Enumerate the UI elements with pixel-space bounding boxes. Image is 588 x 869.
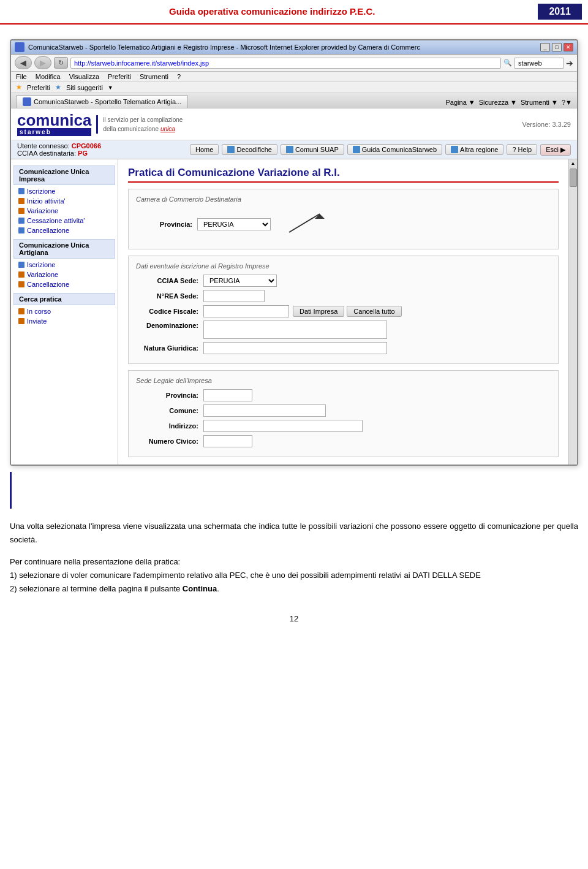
nav-decodifiche-button[interactable]: Decodifiche — [222, 144, 277, 155]
select-provincia[interactable]: PERUGIA — [197, 218, 271, 230]
refresh-button[interactable]: ↻ — [54, 57, 68, 69]
app-content: comunica starweb il servizio per la comp… — [11, 108, 577, 465]
input-natura-giuridica[interactable] — [203, 342, 387, 354]
body-paragraph-2: Per continuare nella presentazione della… — [10, 555, 578, 596]
sidebar: Comunicazione Unica Impresa Iscrizione I… — [11, 159, 118, 465]
label-numero-civico: Numero Civico: — [136, 438, 203, 445]
section-registro-imprese: Dati eventuale iscrizione al Registro Im… — [128, 256, 559, 364]
nav-guida-button[interactable]: Guida ComunicaStarweb — [347, 144, 442, 155]
sidebar-icon-9 — [18, 308, 24, 314]
sidebar-item-variazione-2[interactable]: Variazione — [11, 270, 118, 279]
svg-line-0 — [289, 214, 320, 232]
sites-dropdown-icon[interactable]: ▼ — [108, 85, 113, 91]
menu-preferiti[interactable]: Preferiti — [108, 73, 131, 80]
sidebar-item-cancellazione-1[interactable]: Cancellazione — [11, 226, 118, 235]
browser-menubar: File Modifica Visualizza Preferiti Strum… — [11, 72, 577, 82]
label-provincia2: Provincia: — [136, 392, 203, 399]
help-menu[interactable]: ?▼ — [562, 99, 572, 106]
browser-maximize-button[interactable]: □ — [552, 43, 562, 51]
sidebar-icon-1 — [18, 188, 24, 194]
input-nrea[interactable] — [203, 290, 265, 302]
nav-home-button[interactable]: Home — [190, 144, 219, 155]
favorites-bar: ★ Preferiti ★ Siti suggeriti ▼ — [11, 82, 577, 93]
altra-icon — [451, 146, 458, 153]
browser-title-text: ComunicaStarweb - Sportello Telematico A… — [28, 44, 420, 51]
sites-button[interactable]: Siti suggeriti — [66, 84, 103, 91]
page-year: 2011 — [538, 4, 582, 20]
sidebar-item-cessazione[interactable]: Cessazione attivita' — [11, 216, 118, 226]
sidebar-icon-5 — [18, 227, 24, 233]
select-cciaa-sede[interactable]: PERUGIA — [203, 275, 277, 287]
browser-addressbar: ◀ ▶ ↻ 🔍 ➔ — [11, 55, 577, 72]
sidebar-icon-10 — [18, 318, 24, 324]
cciaa-value: PG — [78, 150, 88, 157]
dati-impresa-button[interactable]: Dati Impresa — [293, 306, 344, 317]
sidebar-item-variazione-1[interactable]: Variazione — [11, 206, 118, 216]
favorites-button[interactable]: Preferiti — [27, 84, 50, 91]
browser-scrollbar[interactable]: ▲ — [568, 159, 577, 465]
label-indirizzo: Indirizzo: — [136, 422, 203, 430]
security-menu[interactable]: Sicurezza ▼ — [479, 99, 517, 106]
browser-minimize-button[interactable]: _ — [540, 43, 550, 51]
sidebar-icon-8 — [18, 281, 24, 287]
menu-modifica[interactable]: Modifica — [36, 73, 61, 80]
browser-close-button[interactable]: ✕ — [564, 43, 573, 51]
nav-altra-regione-button[interactable]: Altra regione — [445, 144, 503, 155]
input-denominazione[interactable] — [203, 321, 387, 339]
annotation-arrow — [283, 208, 332, 238]
section3-title: Sede Legale dell'Impresa — [136, 377, 551, 384]
search-go-icon[interactable]: ➔ — [566, 58, 573, 68]
scroll-thumb[interactable] — [570, 169, 577, 187]
sidebar-item-iscrizione-1[interactable]: Iscrizione — [11, 186, 118, 196]
section2-title: Dati eventuale iscrizione al Registro Im… — [136, 262, 551, 270]
scroll-up-arrow[interactable]: ▲ — [570, 159, 577, 167]
sidebar-item-in-corso[interactable]: In corso — [11, 306, 118, 316]
tools-menu[interactable]: Strumenti ▼ — [521, 99, 558, 106]
logo-comunica: comunica — [17, 112, 91, 128]
forward-button[interactable]: ▶ — [34, 56, 51, 69]
label-provincia: Provincia: — [136, 221, 197, 228]
comuni-icon — [286, 146, 293, 153]
menu-file[interactable]: File — [16, 73, 27, 80]
menu-visualizza[interactable]: Visualizza — [69, 73, 99, 80]
page-menu[interactable]: Pagina ▼ — [446, 99, 475, 106]
browser-icon — [15, 42, 24, 52]
sidebar-item-iscrizione-2[interactable]: Iscrizione — [11, 260, 118, 270]
browser-tab[interactable]: ComunicaStarweb - Sportello Telematico A… — [16, 95, 188, 108]
back-button[interactable]: ◀ — [15, 56, 32, 69]
decodifiche-icon — [227, 146, 235, 153]
input-numero-civico[interactable] — [203, 435, 252, 447]
input-comune[interactable] — [203, 404, 326, 417]
arrow-annotation — [283, 208, 332, 240]
nav-comuni-suap-button[interactable]: Comuni SUAP — [281, 144, 344, 155]
input-indirizzo[interactable] — [203, 420, 363, 432]
nav-help-button[interactable]: ? Help — [507, 144, 537, 155]
sidebar-item-inviate[interactable]: Inviate — [11, 316, 118, 326]
input-codice-fiscale[interactable] — [203, 305, 289, 317]
label-natura-giuridica: Natura Giuridica: — [136, 344, 203, 352]
sidebar-section-3-title: Cerca pratica — [13, 293, 115, 305]
label-denominazione: Denominazione: — [136, 321, 203, 329]
label-cciaa-sede: CCIAA Sede: — [136, 277, 203, 284]
body-paragraph-1: Una volta selezionata l'impresa viene vi… — [10, 520, 578, 547]
logo-text-line2: della comunicazione — [103, 124, 159, 134]
cciaa-label: CCIAA destinataria: — [17, 150, 76, 157]
help-circle-icon: ? — [512, 146, 516, 153]
guida-icon — [353, 146, 360, 153]
address-input[interactable] — [70, 58, 501, 69]
section-camera-commercio: Camera di Commercio Destinataria Provinc… — [128, 189, 559, 249]
cancella-tutto-button[interactable]: Cancella tutto — [347, 306, 401, 317]
tab-bar: ComunicaStarweb - Sportello Telematico A… — [11, 93, 577, 108]
sidebar-icon-6 — [18, 262, 24, 268]
sidebar-item-cancellazione-2[interactable]: Cancellazione — [11, 279, 118, 289]
input-provincia2[interactable] — [203, 389, 252, 401]
logo-text-line1: il servizio per la compilazione — [103, 115, 183, 124]
nav-esci-button[interactable]: Esci ▶ — [540, 144, 571, 156]
sidebar-item-inizio-attivita[interactable]: Inizio attivita' — [11, 196, 118, 206]
search-input[interactable] — [514, 58, 564, 69]
user-code: CPG0066 — [72, 142, 101, 150]
browser-titlebar: ComunicaStarweb - Sportello Telematico A… — [11, 40, 577, 55]
menu-strumenti[interactable]: Strumenti — [140, 73, 168, 80]
menu-help[interactable]: ? — [177, 73, 181, 80]
sites-star-icon: ★ — [55, 83, 61, 91]
